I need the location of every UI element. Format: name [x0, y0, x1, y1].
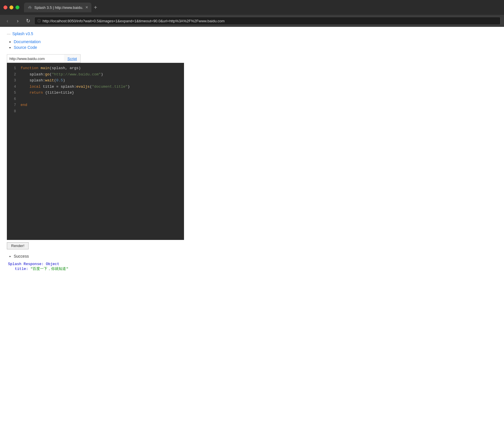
nav-link-item: Documentation [14, 39, 497, 44]
tab-bar: 🕷️ Splash 3.5 | http://www.baidu. × + [24, 3, 501, 12]
page-content: — Splash v3.5 Documentation Source Code … [0, 27, 504, 276]
response-label: Splash Response: Object [8, 262, 59, 266]
browser-titlebar: 🕷️ Splash 3.5 | http://www.baidu. × + [0, 0, 504, 15]
response-value: "百度一下，你就知道" [31, 267, 69, 271]
line-content: splash:wait(0.5) [21, 78, 182, 83]
lock-icon: ⓘ [37, 19, 41, 23]
line-number: 3 [9, 78, 16, 83]
source-code-link[interactable]: Source Code [14, 45, 37, 50]
splash-response: Splash Response: Object title: "百度一下，你就知… [7, 262, 497, 271]
code-line: 6 [7, 96, 184, 102]
line-content: return {title=title} [21, 90, 182, 96]
line-number: 2 [9, 72, 16, 77]
code-token: splash [21, 78, 43, 83]
traffic-lights [3, 5, 19, 9]
code-token: "http://www.baidu.com" [52, 72, 101, 77]
result-item: Success [14, 254, 497, 258]
code-line: 7end [7, 102, 184, 108]
code-token: (splash, args) [49, 66, 81, 70]
code-token: main [41, 66, 49, 70]
code-token: : [74, 85, 76, 89]
line-number: 8 [9, 109, 16, 114]
splash-title-link[interactable]: Splash v3.5 [12, 31, 33, 36]
minimize-button[interactable] [9, 5, 13, 9]
back-button[interactable]: ‹ [3, 17, 11, 25]
active-tab[interactable]: 🕷️ Splash 3.5 | http://www.baidu. × [24, 3, 91, 12]
browser-toolbar: ‹ › ↻ ⓘ http://localhost:8050/info?wait=… [0, 15, 504, 27]
code-token: splash [21, 72, 43, 77]
line-number: 7 [9, 102, 16, 108]
line-content: splash:go("http://www.baidu.com") [21, 72, 182, 77]
code-token: 0.5 [56, 78, 63, 83]
script-tab[interactable]: Script [64, 54, 81, 63]
forward-button[interactable]: › [14, 17, 22, 25]
code-token: : [43, 78, 45, 83]
code-token: evaljs [76, 85, 90, 89]
address-text: http://localhost:8050/info?wait=0.5&imag… [43, 19, 225, 23]
code-token: : [43, 72, 45, 77]
line-content: function main(splash, args) [21, 65, 182, 71]
code-line: 4 local title = splash:evaljs("document.… [7, 84, 184, 90]
code-line: 2 splash:go("http://www.baidu.com") [7, 71, 184, 78]
code-token: ( [54, 78, 56, 83]
tab-favicon-icon: 🕷️ [27, 5, 32, 10]
results-list: Success [7, 254, 497, 258]
splash-header: — Splash v3.5 [7, 31, 497, 36]
maximize-button[interactable] [15, 5, 19, 9]
code-token: ) [101, 72, 103, 77]
tab-close-icon[interactable]: × [85, 5, 88, 10]
nav-link-item: Source Code [14, 45, 497, 50]
code-token: wait [45, 78, 54, 83]
line-content [21, 109, 182, 114]
code-line: 3 splash:wait(0.5) [7, 77, 184, 84]
line-number: 4 [9, 84, 16, 89]
line-content: local title = splash:evaljs("document.ti… [21, 84, 182, 90]
code-editor[interactable]: 1function main(splash, args)2 splash:go(… [7, 63, 184, 240]
line-content: end [21, 102, 182, 108]
close-button[interactable] [3, 5, 7, 9]
form-row: Script [7, 54, 497, 63]
code-token: "document.title" [92, 85, 128, 89]
code-line: 1function main(splash, args) [7, 65, 184, 71]
code-token: go [45, 72, 50, 77]
code-token: ) [128, 85, 130, 89]
url-input[interactable] [7, 54, 64, 63]
code-token: ( [90, 85, 92, 89]
line-number: 5 [9, 90, 16, 95]
line-number: 6 [9, 96, 16, 102]
nav-links: Documentation Source Code [7, 39, 497, 50]
code-token: end [21, 103, 27, 107]
address-bar[interactable]: ⓘ http://localhost:8050/info?wait=0.5&im… [34, 17, 501, 25]
splash-logo-dash: — [7, 32, 11, 36]
code-token [21, 85, 29, 89]
code-token: return [29, 91, 45, 95]
documentation-link[interactable]: Documentation [14, 39, 41, 44]
new-tab-button[interactable]: + [94, 4, 97, 11]
code-token: local [29, 85, 43, 89]
code-token [21, 91, 29, 95]
code-line: 8 [7, 108, 184, 115]
code-token: ) [63, 78, 65, 83]
reload-button[interactable]: ↻ [24, 17, 32, 25]
code-token: function [21, 66, 41, 70]
tab-title: Splash 3.5 | http://www.baidu. [34, 5, 83, 10]
code-line: 5 return {title=title} [7, 90, 184, 96]
render-button[interactable]: Render! [7, 242, 29, 249]
line-content [21, 96, 182, 102]
line-number: 1 [9, 65, 16, 71]
response-key: title: [15, 267, 28, 271]
code-token: {title=title} [45, 91, 74, 95]
code-token: title = splash [43, 85, 74, 89]
